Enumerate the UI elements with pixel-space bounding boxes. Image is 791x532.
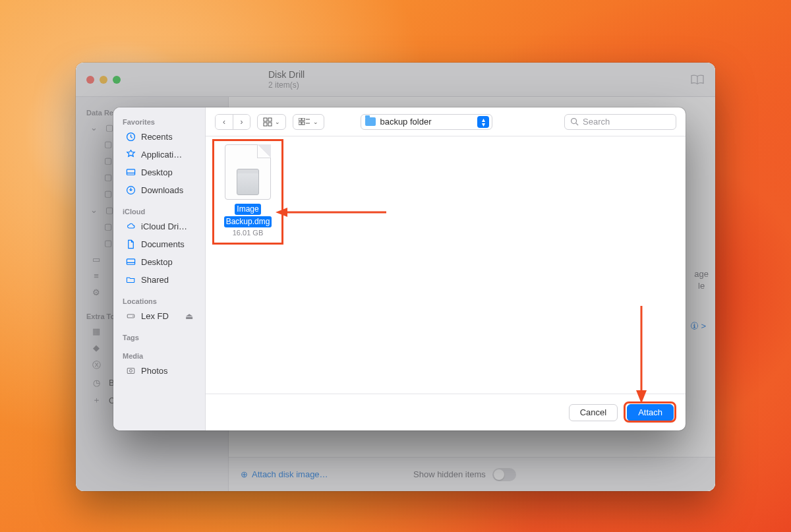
path-dropdown[interactable]: backup folder ▴▾ [361, 114, 492, 130]
close-window-button[interactable] [86, 76, 94, 84]
grid-icon: ▦ [90, 326, 102, 336]
phone-icon: ▭ [90, 254, 102, 264]
sheet-sidebar: Favorites Recents Applicati… Desktop Dow… [113, 107, 206, 430]
gear-icon: ⚙ [90, 287, 102, 297]
open-file-sheet: Favorites Recents Applicati… Desktop Dow… [113, 107, 686, 430]
sheet-footer: Cancel Attach [206, 394, 686, 430]
sheet-toolbar: ‹ › ⌄ ⌄ backup folder ▴▾ Search [206, 107, 686, 136]
search-placeholder: Search [583, 117, 610, 127]
item-label: Applicati… [141, 150, 182, 160]
show-hidden-label: Show hidden items [413, 469, 486, 479]
item-label: Documents [141, 239, 185, 249]
sidebar-item-applications[interactable]: Applicati… [117, 146, 201, 163]
file-name-line1: Image [235, 204, 260, 215]
clock-icon [125, 131, 136, 142]
item-label: iCloud Dri… [141, 222, 187, 231]
minimize-window-button[interactable] [100, 76, 107, 84]
svg-rect-12 [299, 118, 301, 121]
right-panel-more-link[interactable]: 🛈 > [690, 321, 706, 331]
sidebar-item-downloads[interactable]: Downloads [117, 181, 201, 198]
folder-icon [125, 274, 136, 285]
sidebar-item-lexfd[interactable]: Lex FD ⏏ [117, 307, 201, 324]
drive-icon: ▢ [102, 222, 114, 231]
sidebar-item-desktop-icloud[interactable]: Desktop [117, 253, 201, 270]
nav-forward-button[interactable]: › [233, 115, 250, 129]
window-controls [86, 76, 121, 84]
photos-icon [125, 365, 136, 376]
app-subtitle: 2 item(s) [268, 80, 305, 90]
search-input[interactable]: Search [564, 114, 676, 130]
file-size: 16.01 GB [216, 229, 279, 237]
downloads-icon [125, 185, 136, 195]
zoom-window-button[interactable] [113, 76, 121, 84]
path-label: backup folder [380, 117, 431, 127]
svg-rect-13 [302, 118, 305, 121]
item-label: Photos [141, 366, 167, 376]
dmg-drive-icon [237, 169, 259, 195]
drive-icon: ▢ [102, 172, 114, 182]
file-tile-image-backup[interactable]: Image Backup.dmg 16.01 GB [216, 144, 279, 237]
section-tags: Tags [113, 330, 205, 343]
svg-rect-15 [302, 122, 305, 125]
clock-icon: ◷ [90, 378, 102, 388]
section-media: Media [113, 348, 205, 361]
desktop-icon [125, 256, 136, 267]
sidebar-item-icloud-drive[interactable]: iCloud Dri… [117, 218, 201, 235]
drive-icon: ▢ [102, 139, 114, 149]
plus-icon: ＋ [90, 394, 102, 406]
svg-point-7 [129, 369, 132, 372]
nav-back-forward: ‹ › [215, 114, 250, 130]
sidebar-item-recents[interactable]: Recents [117, 128, 201, 145]
sidebar-item-documents[interactable]: Documents [117, 235, 201, 252]
sidebar-item-desktop[interactable]: Desktop [117, 163, 201, 181]
svg-rect-6 [127, 368, 134, 373]
drive-icon: ▢ [102, 156, 114, 165]
chevron-down-icon: ⌄ [313, 119, 318, 125]
app-title: Disk Drill [268, 69, 305, 80]
plus-circle-icon: ⊕ [241, 469, 248, 479]
search-icon [570, 117, 579, 126]
view-group-button[interactable]: ⌄ [293, 114, 324, 130]
svg-rect-11 [268, 123, 272, 126]
item-label: Desktop [141, 167, 173, 177]
view-icons-button[interactable]: ⌄ [257, 114, 286, 130]
svg-rect-10 [264, 123, 267, 126]
show-hidden-toggle[interactable] [492, 468, 516, 481]
file-name-line2: Backup.dmg [224, 216, 272, 227]
cloud-icon [125, 221, 136, 231]
grid-icon [263, 117, 272, 127]
attach-disk-image-link[interactable]: ⊕ Attach disk image… [241, 469, 328, 479]
sidebar-item-shared[interactable]: Shared [117, 271, 201, 288]
sidebar-item-photos[interactable]: Photos [117, 362, 201, 379]
desktop-icon [125, 167, 136, 177]
help-book-icon[interactable] [690, 74, 705, 86]
item-label: Downloads [141, 185, 183, 195]
item-label: Desktop [141, 257, 173, 267]
nav-back-button[interactable]: ‹ [216, 115, 233, 129]
eject-icon[interactable]: ⏏ [185, 311, 193, 321]
document-icon [125, 239, 136, 249]
svg-point-16 [571, 119, 577, 124]
svg-rect-3 [127, 258, 134, 264]
chevron-down-icon: ⌄ [275, 119, 280, 125]
svg-point-5 [132, 315, 133, 316]
stack-icon: ≡ [90, 271, 102, 281]
cancel-button[interactable]: Cancel [569, 404, 618, 421]
x-circle-icon: ⓧ [90, 359, 102, 371]
drive-icon: ▢ [102, 189, 114, 198]
apps-icon [125, 149, 136, 160]
item-label: Recents [141, 132, 173, 142]
attach-link-label: Attach disk image… [252, 469, 328, 479]
file-browser-area[interactable]: Image Backup.dmg 16.01 GB [206, 136, 686, 394]
svg-rect-8 [264, 118, 267, 121]
svg-rect-14 [299, 122, 301, 125]
titlebar: Disk Drill 2 item(s) [76, 63, 715, 97]
group-icon [299, 118, 310, 126]
shield-icon: ◆ [90, 343, 102, 353]
section-locations: Locations [113, 293, 205, 307]
attach-button[interactable]: Attach [627, 404, 674, 421]
file-thumbnail [225, 144, 271, 200]
external-drive-icon [125, 310, 136, 321]
section-icloud: iCloud [113, 204, 205, 217]
folder-icon [365, 117, 376, 126]
